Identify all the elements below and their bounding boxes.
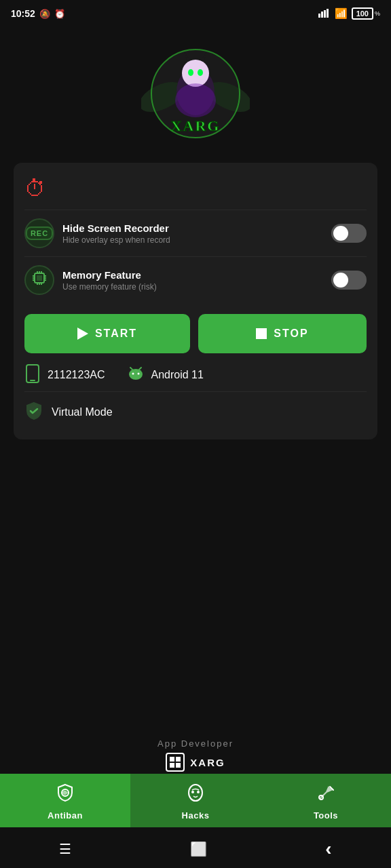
svg-point-45 [191, 791, 194, 793]
android-menu-button[interactable]: ☰ [45, 835, 85, 863]
stop-button[interactable]: STOP [198, 314, 367, 353]
svg-point-8 [182, 60, 209, 87]
signal-icon [318, 8, 331, 20]
memory-toggle[interactable] [331, 271, 367, 290]
timer-row: ⏱ [24, 174, 367, 210]
main-card: ⏱ REC Hide Screen Recorder Hide overlay … [14, 163, 377, 439]
antiban-icon [56, 783, 75, 806]
svg-rect-2 [324, 10, 326, 18]
status-right: 📶 100 % [318, 7, 380, 20]
svg-point-35 [132, 373, 134, 375]
svg-rect-33 [130, 373, 131, 376]
alarm-icon: ⏰ [54, 9, 65, 19]
recorder-toggle[interactable] [331, 224, 367, 243]
nav-item-hacks[interactable]: Hacks [130, 774, 261, 827]
svg-point-12 [198, 69, 203, 76]
brand-icon [166, 753, 185, 772]
svg-rect-31 [30, 380, 35, 381]
tools-label: Tools [314, 810, 338, 821]
developer-label: App Developer [0, 738, 391, 749]
developer-brand: XARG [0, 753, 391, 772]
device-id: 2112123AC [48, 369, 105, 381]
svg-rect-17 [37, 275, 42, 281]
status-time: 10:52 [11, 8, 35, 19]
svg-point-46 [197, 791, 200, 793]
android-icon [127, 366, 145, 384]
nav-item-antiban[interactable]: Antiban [0, 774, 130, 827]
mute-icon: 🔕 [39, 9, 50, 19]
battery-indicator: 100 % [352, 7, 380, 20]
recorder-title: Hide Screen Recorder [62, 222, 170, 234]
svg-rect-40 [176, 757, 181, 762]
stopwatch-icon: ⏱ [24, 176, 46, 201]
svg-text:XARG: XARG [171, 117, 221, 134]
status-left: 10:52 🔕 ⏰ [11, 8, 65, 19]
phone-icon [24, 364, 41, 386]
android-version: Android 11 [151, 369, 204, 381]
hacks-label: Hacks [182, 810, 210, 821]
antiban-label: Antiban [48, 810, 83, 821]
shield-check-icon [24, 401, 43, 423]
svg-rect-34 [141, 373, 142, 376]
hacks-icon [186, 783, 205, 806]
stop-icon [256, 328, 267, 339]
virtual-mode-row: Virtual Mode [24, 391, 367, 429]
toggle-left-recorder: REC Hide Screen Recorder Hide overlay es… [24, 218, 170, 248]
svg-line-38 [139, 368, 141, 370]
svg-rect-0 [318, 14, 320, 18]
svg-rect-41 [170, 763, 174, 768]
memory-subtitle: Use memory feature (risk) [62, 282, 157, 292]
rec-icon-container: REC [24, 218, 54, 248]
svg-point-13 [175, 83, 216, 117]
start-button[interactable]: START [24, 314, 190, 353]
brand-name: XARG [190, 757, 225, 768]
info-row: 2112123AC Android 11 [24, 353, 367, 389]
recorder-subtitle: Hide overlay esp when record [62, 235, 170, 245]
android-nav-bar: ☰ ⬜ ‹ [0, 830, 391, 868]
svg-rect-42 [176, 763, 181, 768]
recorder-text: Hide Screen Recorder Hide overlay esp wh… [62, 222, 170, 245]
toggle-left-memory: Memory Feature Use memory feature (risk) [24, 265, 157, 295]
status-bar: 10:52 🔕 ⏰ 📶 100 % [0, 0, 391, 27]
svg-point-36 [137, 373, 139, 375]
tools-icon [316, 783, 335, 806]
play-icon [77, 328, 88, 340]
android-home-button[interactable]: ⬜ [176, 835, 221, 863]
svg-rect-1 [321, 12, 323, 18]
logo-area: XARG [0, 27, 391, 156]
start-label: START [95, 328, 137, 340]
svg-line-37 [130, 368, 132, 370]
memory-text: Memory Feature Use memory feature (risk) [62, 269, 157, 292]
bottom-nav: Antiban Hacks Tools [0, 774, 391, 827]
svg-rect-3 [327, 9, 329, 18]
virtual-mode-label: Virtual Mode [52, 406, 113, 418]
buttons-row: START STOP [24, 314, 367, 353]
hide-screen-recorder-row: REC Hide Screen Recorder Hide overlay es… [24, 210, 367, 256]
chip-icon [31, 270, 48, 290]
chip-icon-container [24, 265, 54, 295]
nav-item-tools[interactable]: Tools [261, 774, 391, 827]
developer-footer: App Developer XARG [0, 730, 391, 780]
memory-title: Memory Feature [62, 269, 157, 281]
svg-point-11 [188, 69, 193, 76]
logo-container: XARG [141, 41, 250, 149]
svg-rect-39 [170, 757, 174, 762]
app-logo: XARG [141, 43, 250, 148]
android-info: Android 11 [127, 366, 204, 384]
svg-point-44 [189, 785, 202, 801]
wifi-icon: 📶 [335, 7, 348, 20]
memory-feature-row: Memory Feature Use memory feature (risk) [24, 256, 367, 303]
rec-badge: REC [26, 226, 53, 240]
android-back-button[interactable]: ‹ [312, 833, 345, 865]
stop-label: STOP [274, 328, 308, 340]
device-info: 2112123AC [24, 364, 105, 386]
